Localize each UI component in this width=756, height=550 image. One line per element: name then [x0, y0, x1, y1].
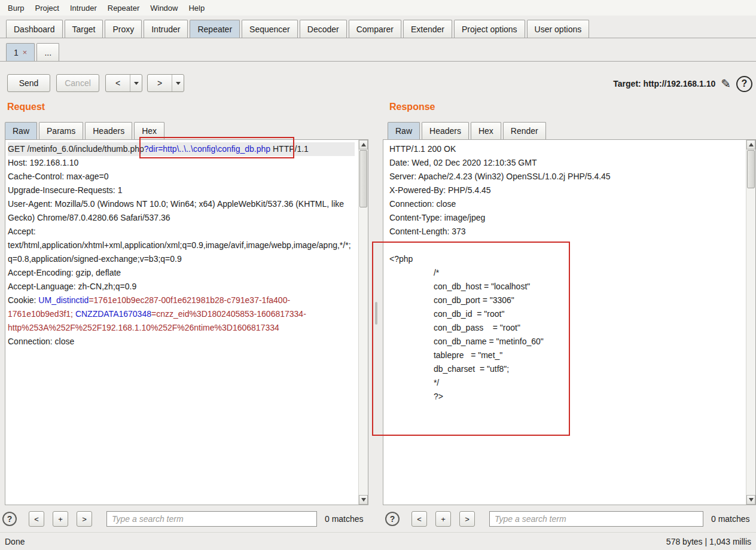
- text-segment: Cache-Control: max-age=0: [8, 172, 108, 181]
- send-button[interactable]: Send: [7, 74, 50, 92]
- search-prev-button[interactable]: <: [411, 511, 427, 527]
- text-segment: con_db_id = "root": [389, 309, 504, 319]
- session-tab-label: 1: [14, 48, 19, 57]
- editor-line: Date: Wed, 02 Dec 2020 12:10:35 GMT: [389, 156, 745, 170]
- menu-burp[interactable]: Burp: [2, 1, 29, 15]
- edit-target-pencil-icon[interactable]: ✎: [721, 78, 731, 90]
- search-help-icon[interactable]: ?: [385, 512, 400, 526]
- response-panel-title: Response: [389, 102, 435, 112]
- search-matches-count: 0 matches: [325, 514, 364, 524]
- editor-line: /*: [389, 266, 745, 280]
- tab-label: Dashboard: [14, 25, 55, 34]
- editor-line: HTTP/1.1 200 OK: [389, 142, 745, 156]
- search-input[interactable]: [489, 511, 703, 527]
- help-icon[interactable]: ?: [736, 76, 752, 92]
- response-tab-raw[interactable]: Raw: [388, 122, 420, 139]
- menu-window[interactable]: Window: [145, 1, 183, 15]
- tab-extender[interactable]: Extender: [403, 20, 452, 38]
- menu-repeater[interactable]: Repeater: [102, 1, 145, 15]
- menu-help[interactable]: Help: [183, 1, 210, 15]
- search-help-icon[interactable]: ?: [2, 512, 17, 526]
- text-segment: Connection: close: [389, 199, 456, 209]
- editor-line: Cache-Control: max-age=0: [8, 170, 355, 184]
- tab-dashboard[interactable]: Dashboard: [6, 20, 63, 38]
- history-back-button[interactable]: <: [105, 74, 142, 92]
- editor-line: con_db_port = "3306": [389, 294, 745, 307]
- search-options-button[interactable]: +: [53, 511, 68, 527]
- editor-line: con_db_pass = "root": [389, 321, 745, 335]
- response-raw-text: HTTP/1.1 200 OKDate: Wed, 02 Dec 2020 12…: [383, 140, 745, 505]
- menu-project[interactable]: Project: [29, 1, 64, 15]
- tab-label: Intruder: [151, 25, 180, 34]
- search-options-button[interactable]: +: [435, 511, 451, 527]
- tab-proxy[interactable]: Proxy: [105, 20, 142, 38]
- session-tab-1[interactable]: 1 ×: [6, 43, 35, 61]
- editor-line: con_db_host = "localhost": [389, 280, 745, 294]
- editor-line: con_db_id = "root": [389, 307, 745, 321]
- editor-line: Connection: close: [389, 197, 745, 211]
- response-tab-hex[interactable]: Hex: [471, 122, 501, 139]
- text-segment: db_charset = "utf8";: [389, 364, 509, 374]
- chevron-down-icon[interactable]: [130, 75, 142, 91]
- tab-label: Hex: [142, 126, 157, 136]
- request-tab-hex[interactable]: Hex: [134, 122, 164, 139]
- text-segment: con_db_port = "3306": [389, 295, 514, 305]
- tab-label: Decoder: [307, 25, 339, 34]
- scrollbar-thumb[interactable]: [747, 150, 755, 188]
- session-tab-bar: 1 × ...: [0, 38, 756, 62]
- cancel-button[interactable]: Cancel: [56, 74, 99, 92]
- request-scrollbar[interactable]: [358, 140, 368, 505]
- text-segment: ?dir=http\..\..\config\config_db.php: [144, 144, 270, 154]
- tab-comparer[interactable]: Comparer: [349, 20, 401, 38]
- request-tab-headers[interactable]: Headers: [85, 122, 132, 139]
- text-segment: Content-Length: 373: [389, 227, 466, 236]
- editor-line: User-Agent: Mozilla/5.0 (Windows NT 10.0…: [8, 197, 355, 225]
- response-tab-headers[interactable]: Headers: [422, 122, 469, 139]
- request-editor[interactable]: GET /metinfo_6.0/include/thumb.php?dir=h…: [5, 139, 368, 505]
- session-tab-overflow[interactable]: ...: [36, 43, 59, 61]
- request-tab-raw[interactable]: Raw: [5, 122, 37, 139]
- search-prev-button[interactable]: <: [29, 511, 44, 527]
- target-url: http://192.168.1.10: [644, 79, 716, 88]
- response-editor[interactable]: HTTP/1.1 200 OKDate: Wed, 02 Dec 2020 12…: [383, 139, 756, 505]
- tab-user-options[interactable]: User options: [527, 20, 590, 38]
- editor-line: Connection: close: [8, 335, 355, 349]
- scroll-down-icon[interactable]: [359, 495, 368, 505]
- tab-label: Raw: [395, 126, 412, 136]
- close-tab-icon[interactable]: ×: [23, 48, 28, 56]
- panel-splitter-grip[interactable]: [375, 302, 377, 325]
- search-input[interactable]: [106, 511, 317, 527]
- tab-intruder[interactable]: Intruder: [144, 20, 188, 38]
- response-scrollbar[interactable]: [746, 140, 755, 505]
- up-triangle-icon: [749, 143, 754, 146]
- tab-project-options[interactable]: Project options: [454, 20, 525, 38]
- text-segment: Accept: text/html,application/xhtml+xml,…: [8, 227, 351, 264]
- tab-target[interactable]: Target: [65, 20, 103, 38]
- history-forward-button[interactable]: >: [147, 74, 184, 92]
- scrollbar-thumb[interactable]: [359, 150, 367, 207]
- text-segment: Server: Apache/2.4.23 (Win32) OpenSSL/1.…: [389, 172, 611, 181]
- search-next-button[interactable]: >: [77, 511, 92, 527]
- search-next-button[interactable]: >: [459, 511, 475, 527]
- scroll-down-icon[interactable]: [746, 495, 755, 505]
- scroll-up-icon[interactable]: [359, 140, 368, 149]
- scroll-up-icon[interactable]: [746, 140, 755, 149]
- tab-sequencer[interactable]: Sequencer: [242, 20, 298, 38]
- request-tab-params[interactable]: Params: [39, 122, 83, 139]
- menu-intruder[interactable]: Intruder: [65, 1, 102, 15]
- request-panel-title: Request: [7, 102, 45, 112]
- text-segment: Upgrade-Insecure-Requests: 1: [8, 185, 122, 195]
- tab-label: Render: [511, 126, 538, 136]
- chevron-down-icon[interactable]: [172, 75, 184, 91]
- tab-repeater[interactable]: Repeater: [190, 20, 240, 38]
- text-segment: HTTP/1.1: [270, 144, 309, 154]
- tab-decoder[interactable]: Decoder: [300, 20, 347, 38]
- response-tab-render[interactable]: Render: [503, 122, 546, 139]
- text-segment: HTTP/1.1 200 OK: [389, 144, 456, 154]
- editor-line: Upgrade-Insecure-Requests: 1: [8, 184, 355, 197]
- tab-label: User options: [535, 25, 582, 34]
- editor-line: [389, 239, 745, 252]
- down-triangle-icon: [749, 498, 754, 502]
- editor-line: Server: Apache/2.4.23 (Win32) OpenSSL/1.…: [389, 170, 745, 184]
- text-segment: User-Agent: Mozilla/5.0 (Windows NT 10.0…: [8, 199, 346, 222]
